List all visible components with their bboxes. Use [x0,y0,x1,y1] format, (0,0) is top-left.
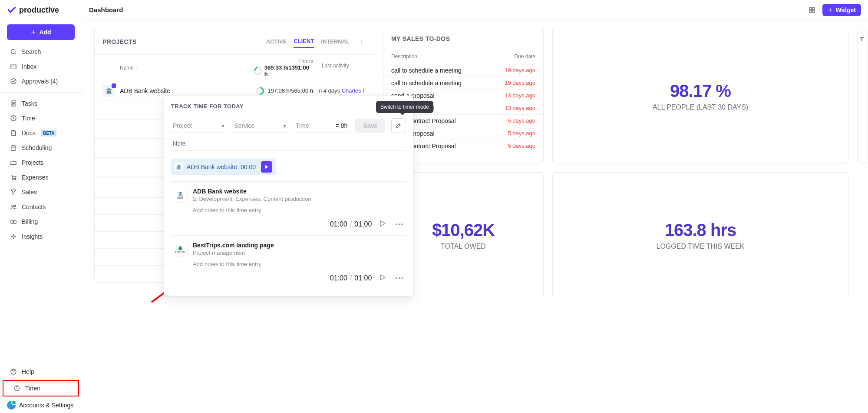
activity-text: in 4 days [317,87,340,94]
inbox-icon [10,63,17,70]
todo-row[interactable]: call to schedule a meeting19 days ago [383,77,543,89]
beta-badge: BETA [41,130,56,137]
timer-mode-button[interactable] [391,118,406,133]
billing-icon [10,218,17,226]
docs-icon [10,129,17,137]
sidebar-item-time[interactable]: Time [0,111,82,126]
project-icon: 🏦ADB [173,188,188,203]
topbar: Dashboard Widget [82,0,868,20]
sidebar-item-contacts[interactable]: Contacts [0,200,82,214]
sidebar-label: Projects [22,159,44,166]
page-title: Dashboard [89,6,123,13]
cart-icon [10,173,17,181]
time-entry: 🌲BestTrips BestTrips.com landing page Pr… [171,235,406,289]
sidebar-item-billing[interactable]: Billing [0,214,82,229]
entry-notes-input[interactable]: Add notes to this time entry [193,207,404,213]
activity-user[interactable]: Charles I [342,87,364,94]
play-icon [264,164,269,170]
logo: productive [0,0,82,20]
sidebar-item-inbox[interactable]: Inbox [0,59,82,74]
kpi-value: 163.8 hrs [665,220,736,240]
tab-active[interactable]: ACTIVE [266,36,287,47]
sidebar-item-scheduling[interactable]: Scheduling [0,140,82,155]
svg-rect-15 [809,7,812,10]
play-icon [379,220,386,227]
sort-up-icon: ↑ [135,65,138,71]
svg-point-6 [13,179,13,180]
kpi-label: TOTAL OWED [441,243,486,250]
sidebar-item-approvals[interactable]: Approvals (4) [0,74,82,89]
sidebar-label: Expenses [22,174,48,181]
kpi-label: LOGGED TIME THIS WEEK [657,243,745,250]
time-entry: 🏦ADB ADB Bank website 2. Development: Ex… [171,181,406,235]
project-select[interactable]: Project▾ [171,119,226,133]
note-input[interactable] [171,137,406,151]
sidebar-item-timer[interactable]: Timer [3,380,79,396]
approvals-icon [10,77,17,85]
tab-client[interactable]: CLIENT [294,35,314,48]
sidebar-item-account[interactable]: Accounts & Settings [0,397,82,413]
sidebar-item-search[interactable]: Search [0,44,82,59]
tooltip: Switch to timer mode [376,101,433,113]
time-input[interactable]: Time= 0h [294,119,349,133]
edge-panel: T [857,29,868,163]
help-icon [10,368,17,376]
chip-time: 00:00 [241,163,256,170]
lock-icon [112,83,116,88]
sidebar-item-insights[interactable]: Insights [0,229,82,244]
projects-menu[interactable]: ⋮ [356,37,366,47]
sidebar-item-help[interactable]: Help [0,364,82,379]
logo-icon [7,5,17,15]
entry-sub: 2. Development: Expenses: Content produc… [193,196,311,202]
save-button[interactable]: Save [355,119,385,133]
entry-menu[interactable]: ••• [395,275,404,282]
time-tracking-popup: TRACK TIME FOR TODAY Project▾ Service▾ T… [164,96,413,296]
sidebar-label: Billing [22,218,38,225]
todo-row[interactable]: call to schedule a meeting19 days ago [383,64,543,77]
col-name[interactable]: Name↑ [95,55,250,81]
sidebar-label: Help [22,368,34,375]
funnel-icon [10,188,17,196]
tab-internal[interactable]: INTERNAL [321,36,350,47]
sidebar-label: Time [22,115,35,122]
project-icon: 🌲BestTrips [173,242,188,256]
sidebar-item-projects[interactable]: Projects [0,155,82,170]
entry-menu[interactable]: ••• [395,221,404,228]
tasks-icon [10,100,17,107]
svg-point-11 [13,221,14,223]
sidebar-label: Scheduling [22,144,52,151]
svg-rect-5 [11,146,16,150]
progress-ring-icon [254,85,265,96]
logo-text: productive [19,6,59,15]
entry-title: BestTrips.com landing page [193,242,274,249]
project-hours: 197:08 h/565:00 h [267,87,313,94]
sidebar-label: Inbox [22,63,36,70]
hours-total: 369:33 h/1391:00 h [264,64,313,77]
add-button[interactable]: Add [7,24,75,40]
svg-point-8 [12,205,13,206]
play-button[interactable] [379,220,388,229]
sidebar-item-expenses[interactable]: Expenses [0,170,82,185]
chevron-down-icon: ▾ [283,122,286,129]
sidebar-label: Tasks [22,100,37,107]
svg-point-0 [11,50,15,53]
play-button[interactable] [379,273,388,283]
entry-notes-input[interactable]: Add notes to this time entry [193,261,404,267]
sidebar-label: Search [22,48,41,55]
col-hours: Hours [299,58,313,63]
chip-project: ADB Bank website [187,163,237,170]
sidebar-item-docs[interactable]: DocsBETA [0,126,82,140]
sidebar-item-tasks[interactable]: Tasks [0,96,82,111]
service-select[interactable]: Service▾ [232,119,287,133]
project-icon: 🏦 [175,163,183,171]
add-widget-button[interactable]: Widget [822,4,861,16]
entry-title: ADB Bank website [193,188,311,195]
kpi-label: ALL PEOPLE (LAST 30 DAYS) [653,103,748,111]
running-timer-chip[interactable]: 🏦 ADB Bank website 00:00 [171,159,276,175]
play-button[interactable] [261,161,272,173]
edit-icon [395,122,402,129]
layout-grid-button[interactable] [807,5,817,15]
sidebar-item-sales[interactable]: Sales [0,185,82,200]
col-description: Description [391,53,417,60]
kpi-value: $10,62K [432,220,495,240]
